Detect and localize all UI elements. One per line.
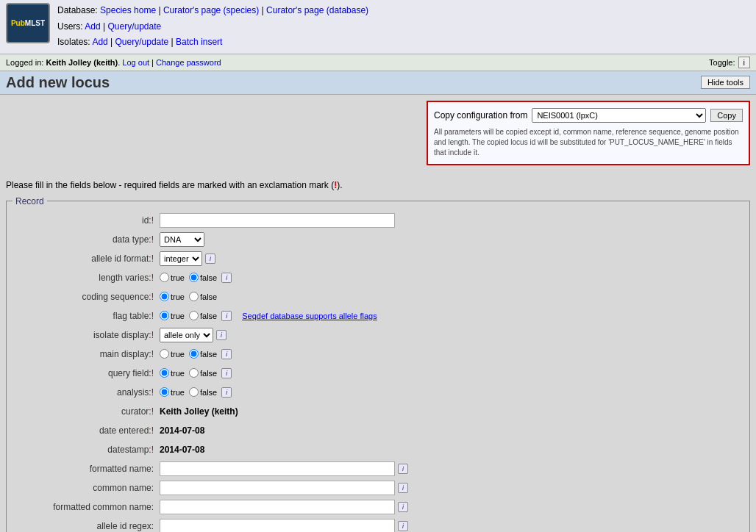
- coding-sequence-true-label[interactable]: true: [160, 292, 185, 301]
- main-display-false-label[interactable]: false: [189, 349, 217, 359]
- id-input[interactable]: [160, 213, 395, 228]
- analysis-true-radio[interactable]: [160, 387, 169, 397]
- logo-text: PubMLST: [11, 19, 45, 28]
- formatted-common-name-row: formatted common name: i: [13, 499, 743, 515]
- page-title: Add new locus: [6, 74, 110, 91]
- analysis-info-icon[interactable]: i: [221, 387, 232, 398]
- copy-config-select[interactable]: NEIS0001 (lpxC) NEIS0002 (abcD): [532, 108, 706, 123]
- data-type-control: DNA peptide: [160, 232, 743, 247]
- datestamp-value: 2014-07-08: [160, 445, 204, 455]
- main-display-true-radio[interactable]: [160, 349, 169, 359]
- length-varies-false-label[interactable]: false: [189, 273, 217, 282]
- analysis-false-radio[interactable]: [189, 387, 199, 397]
- change-password-link[interactable]: Change password: [156, 58, 221, 67]
- formatted-name-info-icon[interactable]: i: [398, 464, 408, 474]
- flag-table-false-label[interactable]: false: [189, 311, 217, 320]
- allele-id-regex-info-icon[interactable]: i: [398, 521, 408, 531]
- formatted-common-name-info-icon[interactable]: i: [398, 502, 408, 512]
- analysis-false-label[interactable]: false: [189, 387, 217, 397]
- login-text: Logged in: Keith Jolley (keith).: [6, 58, 120, 67]
- query-field-row: query field:! true false i: [13, 365, 743, 381]
- length-varies-info-icon[interactable]: i: [221, 273, 232, 283]
- header: PubMLST Database: Species home | Curator…: [0, 0, 756, 54]
- common-name-input[interactable]: [160, 481, 395, 495]
- analysis-label: analysis:!: [13, 387, 160, 398]
- query-field-control: true false i: [160, 368, 743, 378]
- coding-sequence-false-label[interactable]: false: [189, 292, 217, 301]
- main-display-false-radio[interactable]: [189, 349, 199, 359]
- seqdef-link[interactable]: Seqdef database supports allele flags: [242, 312, 377, 320]
- isolate-display-info-icon[interactable]: i: [216, 330, 227, 340]
- length-varies-row: length varies:! true false i: [13, 270, 743, 286]
- allele-id-format-info-icon[interactable]: i: [205, 254, 215, 264]
- analysis-control: true false i: [160, 387, 743, 398]
- main-content: Copy configuration from NEIS0001 (lpxC) …: [0, 95, 756, 532]
- query-field-info-icon[interactable]: i: [221, 368, 232, 378]
- formatted-name-control: i: [160, 461, 743, 476]
- copy-config-row: Copy configuration from NEIS0001 (lpxC) …: [434, 108, 743, 123]
- id-row: id:!: [13, 212, 743, 229]
- record-section: Record id:! data type:! DNA peptide alle…: [6, 196, 750, 532]
- length-varies-true-label[interactable]: true: [160, 273, 185, 282]
- copy-config-label: Copy configuration from: [434, 110, 527, 121]
- coding-sequence-false-radio[interactable]: [189, 292, 199, 301]
- flag-table-true-label[interactable]: true: [160, 311, 185, 320]
- common-name-info-icon[interactable]: i: [398, 483, 408, 493]
- hide-tools-button[interactable]: Hide tools: [701, 76, 750, 89]
- isolates-add-link[interactable]: Add: [92, 37, 107, 47]
- date-entered-control: 2014-07-08: [160, 425, 743, 436]
- formatted-name-label: formatted name:: [13, 464, 160, 474]
- formatted-common-name-input[interactable]: [160, 500, 395, 514]
- main-display-info-icon[interactable]: i: [221, 349, 232, 359]
- date-entered-label: date entered:!: [13, 425, 160, 436]
- copy-config-note: All parameters will be copied except id,…: [434, 127, 743, 158]
- allele-id-regex-control: i: [160, 519, 743, 532]
- formatted-common-name-label: formatted common name:: [13, 502, 160, 512]
- query-field-true-label[interactable]: true: [160, 368, 185, 378]
- datestamp-control: 2014-07-08: [160, 445, 743, 455]
- allele-id-regex-label: allele id regex:: [13, 521, 160, 531]
- flag-table-info-icon[interactable]: i: [221, 311, 232, 321]
- query-field-true-radio[interactable]: [160, 368, 169, 378]
- isolates-batch-insert-link[interactable]: Batch insert: [176, 37, 222, 47]
- curators-page-species-link[interactable]: Curator's page (species): [163, 5, 259, 15]
- isolate-display-control: allele only sequence hide i: [160, 328, 743, 342]
- database-label: Database:: [57, 5, 98, 15]
- curator-control: Keith Jolley (keith): [160, 406, 743, 417]
- formatted-name-row: formatted name: i: [13, 461, 743, 477]
- id-control: [160, 213, 743, 228]
- length-varies-true-radio[interactable]: [160, 273, 169, 282]
- isolate-display-select[interactable]: allele only sequence hide: [160, 328, 213, 342]
- main-display-true-label[interactable]: true: [160, 349, 185, 359]
- main-display-row: main display:! true false i: [13, 346, 743, 362]
- copy-config-box: Copy configuration from NEIS0001 (lpxC) …: [427, 101, 750, 165]
- flag-table-true-radio[interactable]: [160, 311, 169, 320]
- analysis-true-label[interactable]: true: [160, 387, 185, 397]
- length-varies-false-radio[interactable]: [189, 273, 199, 282]
- allele-id-format-row: allele id format:! integer text i: [13, 251, 743, 267]
- toggle-button[interactable]: i: [738, 57, 750, 68]
- allele-id-regex-input[interactable]: [160, 519, 395, 532]
- users-add-link[interactable]: Add: [85, 21, 100, 32]
- datestamp-label: datestamp:!: [13, 445, 160, 455]
- isolates-query-update-link[interactable]: Query/update: [115, 37, 169, 47]
- query-field-false-radio[interactable]: [189, 368, 199, 378]
- allele-id-format-select[interactable]: integer text: [160, 251, 202, 266]
- coding-sequence-true-radio[interactable]: [160, 292, 169, 301]
- species-home-link[interactable]: Species home: [100, 5, 156, 15]
- logout-link[interactable]: Log out: [122, 58, 149, 67]
- logo: PubMLST: [6, 3, 50, 43]
- users-label: Users:: [57, 21, 83, 32]
- formatted-name-input[interactable]: [160, 461, 395, 476]
- query-field-false-label[interactable]: false: [189, 368, 217, 378]
- isolate-display-label: isolate display:!: [13, 330, 160, 340]
- curators-page-database-link[interactable]: Curator's page (database): [266, 5, 368, 15]
- query-field-label: query field:!: [13, 368, 160, 378]
- data-type-select[interactable]: DNA peptide: [160, 232, 204, 247]
- flag-table-false-radio[interactable]: [189, 311, 199, 320]
- main-display-control: true false i: [160, 349, 743, 359]
- coding-sequence-control: true false: [160, 292, 743, 301]
- users-query-update-link[interactable]: Query/update: [108, 21, 162, 32]
- curator-row: curator:! Keith Jolley (keith): [13, 403, 743, 420]
- copy-button[interactable]: Copy: [710, 109, 743, 122]
